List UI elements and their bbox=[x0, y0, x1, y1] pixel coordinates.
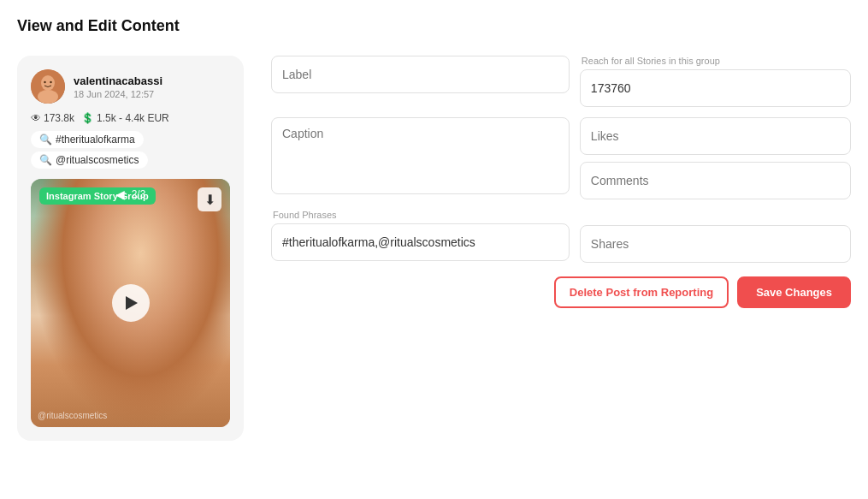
username: valentinacabassi bbox=[74, 74, 162, 87]
likes-comments-column bbox=[580, 117, 851, 199]
views-stat: 👁 173.8k bbox=[31, 112, 74, 124]
svg-point-3 bbox=[44, 81, 45, 83]
svg-point-4 bbox=[50, 81, 51, 83]
shares-input[interactable] bbox=[580, 225, 851, 263]
caption-input[interactable] bbox=[271, 117, 570, 194]
play-button[interactable] bbox=[112, 284, 150, 322]
media-container: Instagram Story Group ⬇ ◀ 2/3 @ritualsco… bbox=[31, 179, 230, 427]
likes-input[interactable] bbox=[580, 117, 851, 155]
nav-counter: ◀ 2/3 bbox=[115, 187, 146, 201]
found-phrases-input[interactable] bbox=[271, 223, 570, 261]
tag-1[interactable]: 🔍 #theritualofkarma bbox=[31, 131, 144, 148]
reach-field: Reach for all Stories in this group bbox=[580, 56, 851, 107]
actions-row: Delete Post from Reporting Save Changes bbox=[271, 276, 851, 308]
found-phrases-label: Found Phrases bbox=[271, 210, 570, 220]
main-layout: valentinacabassi 18 Jun 2024, 12:57 👁 17… bbox=[17, 56, 851, 441]
label-field bbox=[271, 56, 570, 107]
price-value: 1.5k - 4.4k EUR bbox=[97, 112, 169, 124]
download-button[interactable]: ⬇ bbox=[198, 187, 221, 211]
watermark: @ritualscosmetics bbox=[38, 411, 107, 420]
svg-point-1 bbox=[41, 75, 55, 91]
reach-label: Reach for all Stories in this group bbox=[580, 56, 851, 66]
search-icon-1: 🔍 bbox=[39, 134, 52, 146]
views-value: 173.8k bbox=[44, 112, 74, 124]
row-label-reach: Reach for all Stories in this group bbox=[271, 56, 851, 107]
comments-input[interactable] bbox=[580, 162, 851, 199]
profile-row: valentinacabassi 18 Jun 2024, 12:57 bbox=[31, 69, 230, 104]
tag-label-1: #theritualofkarma bbox=[56, 134, 135, 146]
label-input[interactable] bbox=[271, 56, 570, 93]
play-icon bbox=[126, 296, 138, 310]
svg-point-2 bbox=[38, 90, 58, 104]
row-phrases-shares: Found Phrases bbox=[271, 210, 851, 263]
shares-field bbox=[580, 210, 851, 263]
found-phrases-field: Found Phrases bbox=[271, 210, 570, 263]
reach-input[interactable] bbox=[580, 69, 851, 107]
page-title: View and Edit Content bbox=[17, 17, 851, 35]
avatar bbox=[31, 69, 65, 104]
dollar-icon: 💲 bbox=[81, 112, 94, 124]
delete-button[interactable]: Delete Post from Reporting bbox=[554, 276, 729, 308]
caption-field bbox=[271, 117, 570, 199]
counter-text: 2/3 bbox=[132, 188, 146, 200]
row-caption-likes bbox=[271, 117, 851, 199]
price-stat: 💲 1.5k - 4.4k EUR bbox=[81, 112, 169, 124]
tags-row: 🔍 #theritualofkarma 🔍 @ritualscosmetics bbox=[31, 131, 230, 169]
search-icon-2: 🔍 bbox=[39, 154, 52, 166]
profile-info: valentinacabassi 18 Jun 2024, 12:57 bbox=[74, 74, 162, 99]
eye-icon: 👁 bbox=[31, 112, 41, 124]
post-date: 18 Jun 2024, 12:57 bbox=[74, 89, 162, 99]
edit-form: Reach for all Stories in this group Foun… bbox=[271, 56, 851, 308]
download-icon: ⬇ bbox=[204, 192, 216, 208]
stats-row: 👁 173.8k 💲 1.5k - 4.4k EUR bbox=[31, 112, 230, 124]
post-card: valentinacabassi 18 Jun 2024, 12:57 👁 17… bbox=[17, 56, 244, 441]
tag-2[interactable]: 🔍 @ritualscosmetics bbox=[31, 151, 148, 169]
tag-label-2: @ritualscosmetics bbox=[56, 154, 139, 166]
prev-arrow[interactable]: ◀ bbox=[115, 187, 125, 201]
save-button[interactable]: Save Changes bbox=[737, 276, 851, 308]
